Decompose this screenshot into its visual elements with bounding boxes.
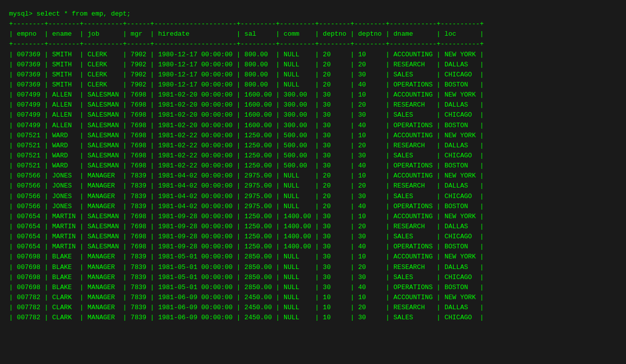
terminal-window: mysql> select * from emp, dept; +-------… <box>5 5 621 327</box>
command-line: mysql> select * from emp, dept; <box>9 9 617 19</box>
table-output: +--------+--------+----------+------+---… <box>9 19 617 323</box>
